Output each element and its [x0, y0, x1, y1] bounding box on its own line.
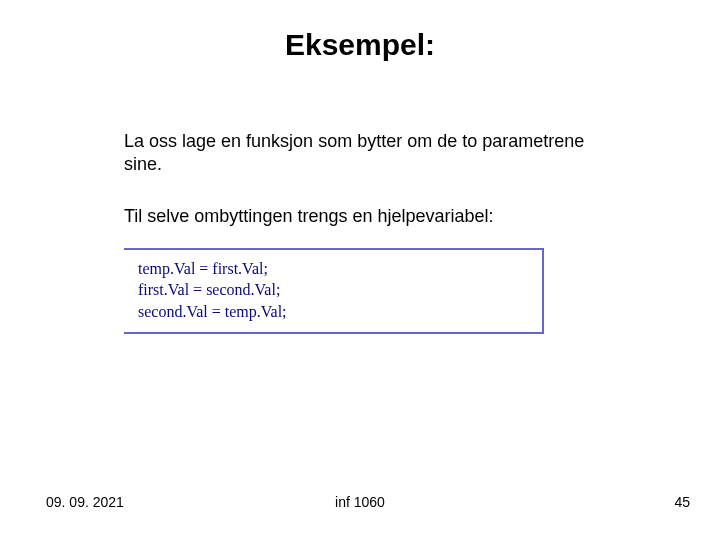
code-line-1: temp.Val = first.Val; [138, 258, 532, 280]
code-line-3: second.Val = temp.Val; [138, 301, 532, 323]
slide-body: La oss lage en funksjon som bytter om de… [124, 130, 604, 334]
footer-page-number: 45 [674, 494, 690, 510]
slide: Eksempel: La oss lage en funksjon som by… [0, 0, 720, 540]
footer-course: inf 1060 [0, 494, 720, 510]
paragraph-intro: La oss lage en funksjon som bytter om de… [124, 130, 604, 175]
code-box: temp.Val = first.Val; first.Val = second… [124, 248, 544, 335]
slide-title: Eksempel: [0, 28, 720, 62]
code-line-2: first.Val = second.Val; [138, 279, 532, 301]
paragraph-helper: Til selve ombyttingen trengs en hjelpeva… [124, 205, 604, 228]
